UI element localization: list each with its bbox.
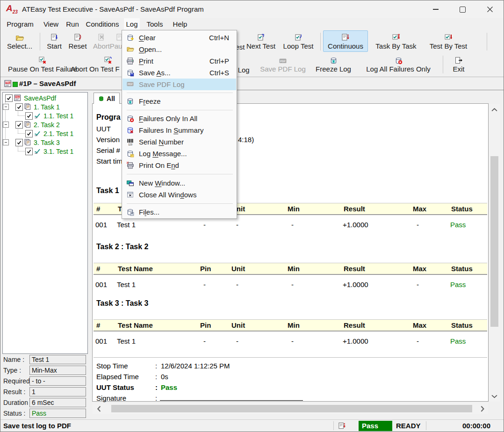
summary-divider <box>94 357 487 358</box>
status-bar: Save test log to PDF Pass READY 00:00:00 <box>0 419 504 432</box>
menu-item-clear[interactable]: Clear Ctrl+N <box>122 32 236 43</box>
scroll-up-arrow[interactable] <box>489 105 500 114</box>
log-database-icon <box>98 95 104 102</box>
tree-expander[interactable] <box>3 122 9 128</box>
name-field: Test 1 <box>29 355 86 364</box>
menu-run[interactable]: Run <box>64 18 81 30</box>
log-horizontal-scrollbar[interactable] <box>93 403 488 414</box>
exit-button[interactable]: Exit <box>446 54 472 74</box>
tree-item-test1-1[interactable]: 1.1. Test 1 <box>25 111 73 120</box>
tree-item-test3-1[interactable]: 3.1. Test 1 <box>25 147 73 156</box>
tab-all[interactable]: All <box>94 93 120 104</box>
log-vertical-scrollbar[interactable] <box>489 104 500 402</box>
save-pdf-log-icon: PDF <box>255 54 310 65</box>
test-by-test-icon <box>424 31 473 42</box>
menu-item-save-as[interactable]: Save As... Ctrl+S <box>122 67 236 79</box>
menu-tools[interactable]: Tools <box>144 18 166 30</box>
tree-connector <box>18 115 25 116</box>
menu-item-close-all-windows[interactable]: Close All Windows <box>122 189 236 201</box>
folder-open-icon <box>126 45 134 53</box>
close-button[interactable] <box>479 0 501 18</box>
next-test-icon <box>244 31 278 42</box>
toolbar-log: Pause On Test Failure Abort On Test F s … <box>0 53 504 77</box>
log-failures-summary-icon <box>126 126 134 134</box>
continuous-button[interactable]: Continuous <box>323 30 368 52</box>
save-pdf-log-button[interactable]: PDF Save PDF Log <box>255 54 310 74</box>
test-icon <box>34 113 41 119</box>
tree-item-task3[interactable]: 3. Task 3 <box>15 138 60 147</box>
tree-expander[interactable] <box>3 104 9 110</box>
scroll-left-arrow[interactable] <box>94 403 104 414</box>
log-message-icon <box>126 150 134 158</box>
menu-conditions[interactable]: Conditions <box>84 18 121 30</box>
menu-log[interactable]: Log <box>124 18 140 30</box>
log-version-fragment: 4:18) <box>238 136 254 144</box>
vertical-scrollbar-thumb[interactable] <box>490 156 498 327</box>
ateasy-window: A23 ATEasy Test Executive - SaveAsPdf - … <box>0 0 504 432</box>
ateasy-logo-icon: A23 <box>6 3 18 14</box>
log-save-icon <box>126 69 134 77</box>
field-label: Duration : <box>3 399 32 406</box>
menu-item-print[interactable]: Print Ctrl+P <box>122 55 236 67</box>
menu-item-save-pdf-log[interactable]: PDF Save PDF Log <box>122 79 236 90</box>
maximize-button[interactable] <box>452 0 474 18</box>
svg-text:PDF: PDF <box>128 83 133 86</box>
start-button[interactable]: Start <box>43 31 65 51</box>
svg-text:PDF: PDF <box>280 60 286 63</box>
next-test-button[interactable]: Next Test <box>244 31 278 51</box>
close-window-icon <box>126 191 134 199</box>
checkbox-checked-icon[interactable] <box>25 148 33 155</box>
window-title: ATEasy Test Executive - SaveAsPdf - Save… <box>22 5 204 13</box>
field-label: Type : <box>3 367 21 374</box>
menu-item-serial-number[interactable]: 123 Serial Number <box>122 136 236 148</box>
menu-item-failures-in-summary[interactable]: Failures In Summary <box>122 124 236 136</box>
pause-on-test-failure-button[interactable]: Pause On Test Failure <box>3 54 82 74</box>
stop-time-label: Stop Time <box>96 362 128 370</box>
tree-item-task2[interactable]: 2. Task 2 <box>15 120 60 129</box>
task-icon <box>24 103 31 110</box>
log-failures-icon <box>126 115 134 122</box>
checkbox-checked-icon[interactable] <box>25 112 33 120</box>
select-program-button[interactable]: Select... <box>3 31 36 51</box>
menu-item-open[interactable]: Open... <box>122 43 236 55</box>
menu-help[interactable]: Help <box>170 18 190 30</box>
log-all-failures-only-button[interactable]: Log All Failures Only <box>357 54 440 74</box>
menu-item-log-message[interactable]: Log Message... <box>122 148 236 159</box>
checkbox-checked-icon[interactable] <box>15 103 23 111</box>
tree-item-test2-1[interactable]: 2.1. Test 1 <box>25 129 73 138</box>
checkbox-checked-icon[interactable] <box>15 121 23 129</box>
tree-expander[interactable] <box>3 139 9 145</box>
maximize-icon <box>460 7 466 13</box>
menu-item-new-window[interactable]: New Window... <box>122 177 236 189</box>
status-timer: 00:00:00 <box>462 422 490 430</box>
reset-button[interactable]: Reset <box>66 31 89 51</box>
svg-text:PRG: PRG <box>15 96 20 98</box>
task2-heading: Task 2 : Task 2 <box>96 243 148 251</box>
checkbox-checked-icon[interactable] <box>5 94 13 102</box>
pause-on-test-failure-icon <box>3 54 82 65</box>
tree-item-program[interactable]: PRG SaveAsPdf <box>5 94 56 102</box>
checkbox-checked-icon[interactable] <box>25 130 33 137</box>
checkbox-checked-icon[interactable] <box>15 139 23 146</box>
task-by-task-button[interactable]: Task By Task <box>371 31 421 51</box>
log-program-label: Progra <box>96 113 121 122</box>
minimize-button[interactable] <box>425 0 446 18</box>
test-by-test-button[interactable]: Test By Test <box>424 31 473 51</box>
tree-item-task1[interactable]: 1. Task 1 <box>15 102 60 111</box>
task-icon <box>24 121 31 128</box>
scroll-right-arrow[interactable] <box>477 403 487 414</box>
menu-program[interactable]: Program <box>4 18 36 30</box>
continuous-icon <box>324 31 367 42</box>
freeze-log-button[interactable]: Freeze Log <box>313 54 354 74</box>
menu-view[interactable]: View <box>41 18 61 30</box>
title-bar: A23 ATEasy Test Executive - SaveAsPdf - … <box>0 0 504 18</box>
start-icon <box>43 31 65 42</box>
menu-item-files[interactable]: Files... <box>122 206 236 218</box>
elapsed-time-label: Elapsed Time <box>96 373 139 381</box>
horizontal-scrollbar-thumb[interactable] <box>111 405 472 412</box>
scroll-down-arrow[interactable] <box>489 391 500 401</box>
loop-test-button[interactable]: Loop Test <box>280 31 317 51</box>
menu-item-failures-only-in-all[interactable]: Failures Only In All <box>122 113 236 124</box>
menu-item-freeze[interactable]: Freeze <box>122 95 236 107</box>
menu-item-print-on-end[interactable]: Print On End <box>122 159 236 171</box>
